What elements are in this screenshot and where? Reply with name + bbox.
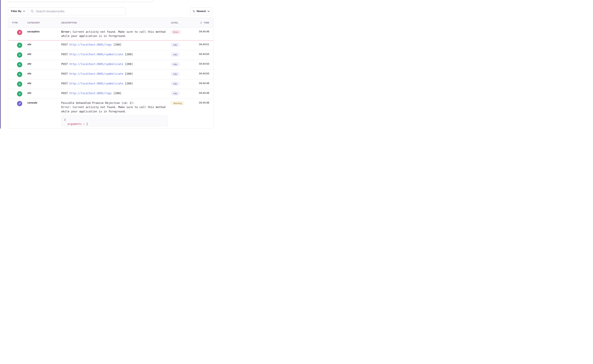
table-row[interactable]: xhr POST http://localhost:8081/logs [200… bbox=[8, 89, 213, 99]
category-cell: xhr bbox=[27, 82, 61, 85]
filter-by-label: Filter By bbox=[11, 10, 21, 13]
code-after: : [ bbox=[82, 122, 88, 125]
type-cell bbox=[8, 91, 27, 97]
type-cell bbox=[8, 82, 27, 87]
swap-icon bbox=[200, 21, 202, 24]
http-status: [200] bbox=[125, 82, 133, 85]
col-header-level: LEVEL bbox=[171, 21, 195, 24]
category-cell: xhr bbox=[27, 52, 61, 56]
table-row[interactable]: xhr POST http://localhost:8081/symbolica… bbox=[8, 79, 213, 89]
request-url[interactable]: http://localhost:8081/logs bbox=[70, 43, 112, 46]
level-pill: Error bbox=[171, 30, 181, 34]
level-cell: Info bbox=[171, 52, 195, 56]
http-status: [200] bbox=[125, 53, 133, 56]
request-url[interactable]: http://localhost:8081/symbolicate bbox=[70, 82, 123, 85]
sort-icon bbox=[193, 10, 195, 13]
type-cell bbox=[8, 52, 27, 58]
request-url[interactable]: http://localhost:8081/logs bbox=[70, 92, 112, 95]
level-pill: Info bbox=[171, 91, 179, 95]
time-cell: 04:44:51 bbox=[195, 43, 213, 46]
http-method: POST bbox=[61, 82, 68, 85]
level-cell: Info bbox=[171, 72, 195, 76]
code-block: { arguments : [ bbox=[61, 116, 168, 126]
table-header: TYPE CATEGORY DESCRIPTION LEVEL TIME bbox=[8, 18, 213, 28]
level-cell: Info bbox=[171, 43, 195, 47]
request-url[interactable]: http://localhost:8081/symbolicate bbox=[70, 72, 123, 75]
http-method: POST bbox=[61, 43, 68, 46]
filter-by-button[interactable]: Filter By bbox=[8, 7, 28, 15]
desc-text: Current activity not found. Make sure to… bbox=[61, 30, 165, 38]
svg-line-1 bbox=[33, 12, 33, 13]
request-url[interactable]: http://localhost:8081/symbolicate bbox=[70, 63, 123, 66]
http-status: [200] bbox=[113, 43, 122, 46]
category-cell: xhr bbox=[27, 62, 61, 65]
type-cell bbox=[8, 72, 27, 77]
search-breadcrumbs-box[interactable] bbox=[28, 7, 125, 15]
wrench-icon bbox=[17, 101, 22, 106]
http-method: POST bbox=[61, 92, 68, 95]
table-row[interactable]: xhr POST http://localhost:8081/symbolica… bbox=[8, 60, 213, 70]
level-pill: Info bbox=[171, 82, 179, 85]
type-cell bbox=[8, 30, 27, 35]
level-pill: Info bbox=[171, 43, 179, 47]
col-header-description: DESCRIPTION bbox=[61, 21, 171, 24]
description-cell: Possible Unhandled Promise Rejection (id… bbox=[61, 101, 171, 126]
table-row[interactable]: xhr POST http://localhost:8081/logs [200… bbox=[8, 40, 213, 50]
level-cell: Warning bbox=[171, 101, 195, 105]
request-url[interactable]: http://localhost:8081/symbolicate bbox=[70, 53, 123, 56]
level-cell: Info bbox=[171, 82, 195, 85]
description-cell: POST http://localhost:8081/symbolicate [… bbox=[61, 62, 171, 66]
category-cell: xhr bbox=[27, 43, 61, 46]
category-cell: xhr bbox=[27, 72, 61, 75]
time-cell: 04:44:49 bbox=[195, 82, 213, 85]
transfer-icon bbox=[17, 52, 22, 58]
col-header-category: CATEGORY bbox=[27, 21, 61, 24]
time-cell: 04:44:50 bbox=[195, 72, 213, 75]
level-pill: Info bbox=[171, 72, 179, 76]
code-brace: { bbox=[64, 118, 66, 121]
description-cell: POST http://localhost:8081/symbolicate [… bbox=[61, 52, 171, 57]
breadcrumbs-table: TYPE CATEGORY DESCRIPTION LEVEL TIME exc… bbox=[8, 18, 213, 129]
breadcrumbs-toolbar: Filter By Newest bbox=[8, 7, 213, 15]
table-row[interactable]: exception Error: Current activity not fo… bbox=[8, 28, 213, 40]
type-cell bbox=[8, 43, 27, 48]
code-key: arguments bbox=[67, 122, 82, 125]
sort-button[interactable]: Newest bbox=[190, 7, 212, 15]
http-status: [200] bbox=[125, 72, 133, 75]
category-cell: xhr bbox=[27, 91, 61, 95]
table-row[interactable]: console Possible Unhandled Promise Rejec… bbox=[8, 99, 213, 128]
collapsed-section-placeholder bbox=[8, 0, 153, 2]
fire-icon bbox=[17, 30, 22, 35]
level-cell: Error bbox=[171, 30, 195, 34]
description-cell: POST http://localhost:8081/logs [200] bbox=[61, 91, 171, 95]
http-method: POST bbox=[61, 72, 68, 75]
transfer-icon bbox=[17, 72, 22, 77]
description-cell: POST http://localhost:8081/symbolicate [… bbox=[61, 72, 171, 76]
col-header-time[interactable]: TIME bbox=[195, 21, 213, 24]
description-cell: Error: Current activity not found. Make … bbox=[61, 30, 171, 38]
chevron-down-icon bbox=[207, 10, 210, 13]
col-header-time-label: TIME bbox=[204, 21, 209, 24]
type-cell bbox=[8, 62, 27, 67]
table-row[interactable]: xhr POST http://localhost:8081/symbolica… bbox=[8, 70, 213, 79]
desc-text: Possible Unhandled Promise Rejection (id… bbox=[61, 101, 167, 113]
transfer-icon bbox=[17, 91, 22, 97]
time-cell: 04:44:48 bbox=[195, 30, 213, 33]
level-cell: Info bbox=[171, 91, 195, 95]
description-cell: POST http://localhost:8081/logs [200] bbox=[61, 43, 171, 47]
transfer-icon bbox=[17, 43, 22, 48]
search-input[interactable] bbox=[36, 10, 123, 13]
time-cell: 04:44:48 bbox=[195, 101, 213, 104]
description-cell: POST http://localhost:8081/symbolicate [… bbox=[61, 82, 171, 86]
category-cell: exception bbox=[27, 30, 61, 33]
desc-prefix: Error: bbox=[61, 30, 71, 33]
col-header-type: TYPE bbox=[8, 21, 27, 24]
table-row[interactable]: xhr POST http://localhost:8081/symbolica… bbox=[8, 50, 213, 60]
sort-label: Newest bbox=[197, 10, 206, 13]
level-cell: Info bbox=[171, 62, 195, 66]
search-icon bbox=[31, 10, 34, 13]
type-cell bbox=[8, 101, 27, 106]
http-method: POST bbox=[61, 63, 68, 66]
time-cell: 04:44:50 bbox=[195, 52, 213, 56]
level-pill: Warning bbox=[171, 101, 184, 105]
